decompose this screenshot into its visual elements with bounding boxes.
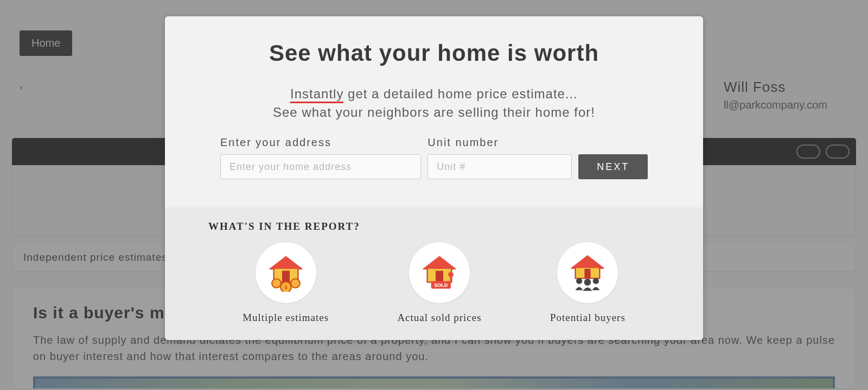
svg-marker-1 (269, 256, 303, 269)
instantly-text: Instantly (290, 86, 343, 103)
svg-marker-8 (423, 256, 456, 269)
svg-point-17 (576, 278, 582, 284)
house-coins-icon: $ (256, 242, 316, 303)
svg-point-5 (291, 279, 300, 288)
svg-text:$: $ (284, 284, 288, 290)
svg-rect-9 (436, 271, 443, 282)
house-people-icon (557, 242, 618, 303)
unit-input[interactable] (427, 154, 572, 179)
modal-title: See what your home is worth (197, 40, 671, 66)
house-sold-icon: SOLD (409, 242, 470, 303)
svg-rect-2 (282, 271, 290, 282)
home-worth-modal: See what your home is worth Instantly ge… (165, 16, 703, 340)
address-form: Enter your address Unit number . NEXT (220, 136, 648, 192)
feature-label: Potential buyers (550, 312, 626, 324)
sub-line1-rest: get a detailed home price estimate... (343, 86, 578, 101)
address-label: Enter your address (220, 136, 421, 149)
sub-line2: See what your neighbors are selling thei… (273, 105, 595, 119)
svg-point-19 (593, 278, 599, 284)
modal-report-section: WHAT'S IN THE REPORT? $ (165, 207, 703, 340)
svg-rect-13 (450, 276, 452, 282)
feature-label: Multiple estimates (242, 312, 329, 324)
feature-label: Actual sold prices (397, 312, 481, 324)
next-button[interactable]: NEXT (578, 154, 648, 179)
feature-sold-prices: SOLD Actual sold prices (397, 242, 481, 324)
modal-overlay[interactable]: See what your home is worth Instantly ge… (0, 0, 868, 390)
feature-multiple-estimates: $ Multiple estimates (242, 242, 329, 324)
feature-potential-buyers: Potential buyers (550, 242, 626, 324)
svg-point-18 (584, 279, 591, 286)
svg-text:SOLD: SOLD (434, 282, 448, 288)
report-heading: WHAT'S IN THE REPORT? (208, 221, 660, 232)
svg-point-12 (448, 272, 454, 278)
features-row: $ Multiple estimates SOLD (208, 242, 660, 324)
address-input[interactable] (220, 154, 421, 179)
modal-subtitle: Instantly get a detailed home price esti… (197, 85, 671, 121)
modal-top-section: See what your home is worth Instantly ge… (165, 16, 703, 207)
svg-marker-15 (571, 255, 605, 268)
unit-label: Unit number (427, 136, 572, 149)
svg-rect-16 (585, 269, 591, 279)
svg-point-3 (272, 279, 281, 288)
